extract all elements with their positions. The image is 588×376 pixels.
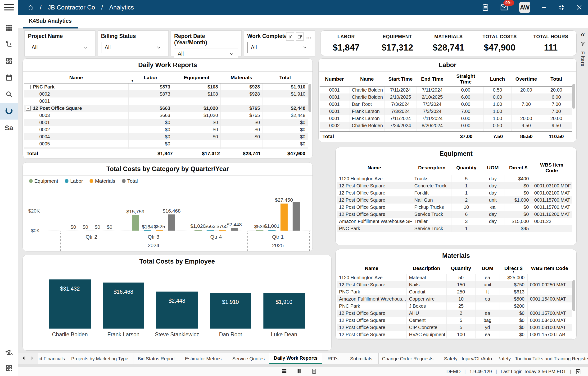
table-row[interactable]: PNC ParkJ Boxes25$200 — [337, 302, 572, 310]
restore-window-icon[interactable] — [558, 4, 565, 11]
materials-column-header[interactable]: WBS Item Code — [528, 263, 572, 274]
materials-column-header[interactable]: Name — [337, 263, 407, 274]
page-tab-safety-toolbox-talks-and-training-register[interactable]: Safety - Toolbox Talks and Training Regi… — [499, 353, 588, 364]
sidebar-item-dashboard[interactable] — [0, 53, 18, 70]
rows-view-icon[interactable] — [281, 368, 287, 375]
page-tab-change-order-requests[interactable]: Change Order Requests — [378, 353, 437, 364]
table-row[interactable]: 0001 — [24, 98, 308, 105]
equipment-column-header[interactable]: Direct $ — [505, 161, 532, 175]
labor-scrollbar[interactable] — [572, 84, 575, 109]
mail-icon[interactable]: 99+ — [500, 3, 509, 12]
bar-dan-root[interactable]: $1,910 — [210, 293, 251, 329]
bar-equipment-qtr1[interactable] — [256, 230, 263, 231]
sidebar-item-calendar[interactable] — [0, 70, 18, 86]
equipment-column-header[interactable]: Quantity — [452, 161, 481, 175]
sidebar-item-search[interactable] — [0, 86, 18, 103]
page-tab-service-quotes[interactable]: Service Quotes — [228, 353, 269, 364]
page-tab-submittals[interactable]: Submittals — [344, 353, 378, 364]
bar-steve-stankiewicz[interactable]: $2,448 — [156, 292, 198, 329]
filter-dropdown[interactable]: All — [101, 42, 165, 53]
table-row[interactable]: Amazon Fulfillment Warehouse SFLTrailer3… — [337, 218, 572, 225]
page-tab-rfi-s[interactable]: RFI's — [322, 353, 344, 364]
table-row[interactable]: Amazon Fulfillment Warehous...Copper wir… — [337, 295, 572, 302]
table-row[interactable]: 0002Charlie Bolden7/24/20248/20/20240.00… — [320, 122, 572, 129]
breadcrumb-page[interactable]: Analytics — [109, 4, 134, 11]
bar-labor-qtr4[interactable] — [207, 230, 214, 231]
expand-icon[interactable] — [296, 33, 304, 41]
materials-column-header[interactable]: Quantity — [446, 263, 475, 274]
table-row[interactable]: 0002$873$108$928$1,910 — [24, 90, 308, 98]
table-row[interactable]: −12 Post Office Square$663$1,020$765$2,4… — [24, 105, 308, 112]
tabs-scroll-right-icon[interactable] — [30, 356, 35, 362]
filter-dropdown[interactable]: All — [247, 42, 311, 53]
materials-scrollbar[interactable] — [572, 280, 575, 311]
labor-column-header[interactable]: Straight Time — [448, 72, 483, 86]
more-options-icon[interactable]: … — [305, 33, 313, 40]
materials-column-header[interactable]: UOM — [475, 263, 499, 274]
table-row[interactable]: 12 Post Office SquareCIP Concrete5yd$000… — [337, 324, 572, 331]
dwr-column-header[interactable]: Labor▼ — [128, 72, 173, 83]
collapse-row-icon[interactable]: − — [26, 106, 31, 111]
table-row[interactable]: −PNC Park$873$108$928$1,910 — [24, 83, 308, 90]
labor-column-header[interactable]: End Time — [416, 72, 448, 86]
table-row[interactable]: 12 Post Office SquareForklift1day$00001.… — [337, 189, 572, 196]
sidebar-item-apps-grid[interactable] — [0, 20, 18, 36]
sidebar-item-add-users[interactable] — [5, 348, 13, 358]
table-row[interactable]: 12 Post Office SquareAHU2ea$00001.15700.… — [337, 310, 572, 317]
bar-frank-larson[interactable]: $16,468 — [103, 283, 144, 329]
page-tab-estimator-metrics[interactable]: Estimator Metrics — [179, 353, 228, 364]
filter-dropdown[interactable]: All — [28, 42, 92, 53]
dwr-scrollbar[interactable] — [308, 84, 311, 112]
sidebar-item-workflow[interactable] — [0, 36, 18, 53]
labor-column-header[interactable]: Total — [541, 72, 572, 86]
breadcrumb-company[interactable]: JB Contractor Co — [48, 4, 95, 11]
clipboard-icon[interactable] — [481, 3, 489, 11]
avatar[interactable]: AW — [519, 2, 530, 13]
page-tab-bid-status-report[interactable]: Bid Status Report — [134, 353, 179, 364]
bar-total-qtr4[interactable] — [231, 228, 238, 231]
table-row[interactable]: 0004$0$0$0$0 — [24, 133, 308, 140]
table-row[interactable]: 12 Post Office SquareHVAC equipment100ea… — [337, 331, 572, 338]
home-icon[interactable] — [28, 4, 34, 11]
sidebar-item-sa[interactable]: Sa — [0, 120, 18, 136]
page-tab-daily-work-reports[interactable]: Daily Work Reports — [269, 353, 322, 364]
filter-dropdown[interactable]: All — [174, 48, 238, 60]
bar-labor-qtr3[interactable] — [144, 230, 151, 231]
bar-equipment-qtr4[interactable] — [195, 230, 202, 231]
labor-column-header[interactable]: Number — [320, 72, 349, 86]
page-tab-ct-financials[interactable]: ct Financials — [38, 353, 66, 364]
table-row[interactable]: 0003$663$1,020$765$2,448 — [24, 112, 308, 119]
collapse-filters-icon[interactable]: « — [581, 30, 585, 38]
dwr-column-header[interactable]: Name — [24, 72, 128, 83]
dwr-column-header[interactable]: Total — [262, 72, 308, 83]
bar-luke-dean[interactable]: $1,910 — [263, 293, 305, 329]
table-row[interactable]: 12 Post Office SquareService Truck6day$0… — [337, 211, 572, 218]
dwr-column-header[interactable]: Equipment — [173, 72, 220, 83]
close-icon[interactable] — [576, 4, 583, 11]
page-tab-safety-injury-gl-auto[interactable]: Safety - Injury/GL/Auto — [437, 353, 499, 364]
table-row[interactable]: 0001Charlie Bolden2/10/20252/10/20256.00… — [320, 93, 572, 100]
labor-column-header[interactable]: Overtime — [512, 72, 541, 86]
sidebar-item-sync[interactable] — [0, 103, 18, 120]
labor-column-header[interactable]: Name — [349, 72, 385, 86]
table-row[interactable]: 12 Post Office SquareCement5bag$00001.03… — [337, 317, 572, 324]
table-row[interactable]: 12 Post Office SquareNails150unit$750000… — [337, 281, 572, 288]
table-row[interactable]: 12 Post Office SquareNail Gun2unit$1,000… — [337, 196, 572, 204]
table-row[interactable]: PNC ParkService Truck1$95 — [337, 225, 572, 232]
bar-materials-qtr3[interactable] — [156, 230, 163, 231]
labor-column-header[interactable]: Start Time — [385, 72, 417, 86]
tab-k4sub-analytics[interactable]: K4Sub Analytics — [23, 15, 78, 28]
table-row[interactable]: 0005$0$0 — [24, 140, 308, 147]
document-view-icon[interactable] — [311, 368, 317, 375]
activity-log-icon[interactable] — [575, 368, 581, 375]
table-row[interactable]: 1120 Huntington AveMaterial50ea$25,000 — [337, 274, 572, 281]
table-row[interactable]: 12 Post Office SquarePickup Trucks10ea$0… — [337, 204, 572, 211]
hamburger-menu-icon[interactable] — [0, 0, 18, 15]
bar-materials-qtr4[interactable] — [219, 230, 226, 231]
table-row[interactable]: 0001Dan Root7/3/20247/3/20240.001.007.00… — [320, 100, 572, 108]
table-row[interactable]: PNC ParkConduit250ft$613 — [337, 288, 572, 295]
table-row[interactable]: 0002$0$0$0$0 — [24, 126, 308, 133]
table-row[interactable]: 0001Frank Larson7/11/20247/11/20240.001.… — [320, 115, 572, 122]
table-row[interactable]: 12 Post Office SquareHVAC equipment100sf… — [337, 338, 572, 339]
equipment-column-header[interactable]: WBS Item Code — [532, 161, 572, 175]
